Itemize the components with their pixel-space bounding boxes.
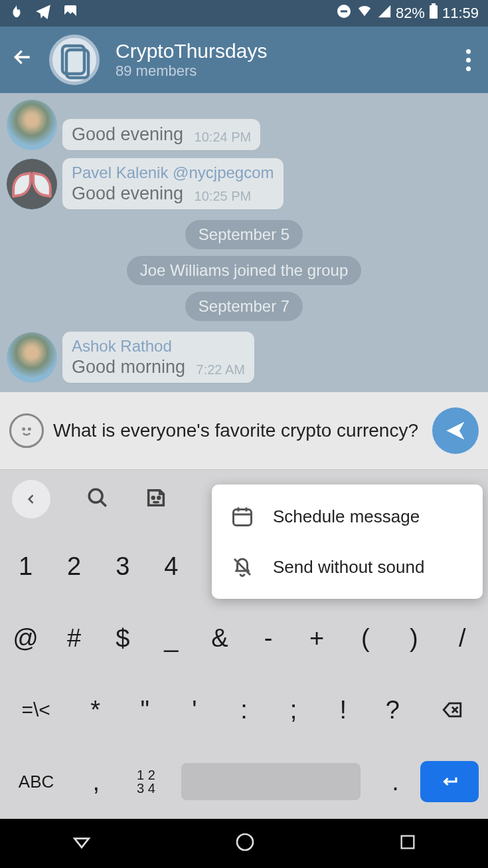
kb-search-icon[interactable] <box>86 487 109 512</box>
svg-point-13 <box>237 834 253 850</box>
user-avatar[interactable] <box>7 100 57 150</box>
message-row[interactable]: Good evening 10:24 PM <box>0 96 488 154</box>
more-options-button[interactable] <box>461 44 476 76</box>
message-time: 10:25 PM <box>195 185 252 204</box>
header-title-block[interactable]: CryptoThursdays 89 members <box>116 40 445 80</box>
chat-messages-area[interactable]: Good evening 10:24 PM Pavel Kalenik @nyc… <box>0 93 488 392</box>
svg-point-8 <box>29 428 31 430</box>
svg-point-9 <box>89 489 102 502</box>
status-right: 82% 11:59 <box>336 3 479 23</box>
key-at[interactable]: @ <box>1 611 50 665</box>
dnd-icon <box>336 3 352 23</box>
svg-rect-3 <box>430 5 438 19</box>
key-star[interactable]: * <box>70 683 120 736</box>
key-semicolon[interactable]: ; <box>269 683 319 736</box>
svg-rect-4 <box>432 3 436 5</box>
kb-sticker-icon[interactable] <box>145 487 167 512</box>
battery-icon <box>429 3 438 23</box>
message-text: Good morning <box>72 357 185 377</box>
svg-point-10 <box>152 496 154 498</box>
key-3[interactable]: 3 <box>98 540 147 593</box>
message-time: 10:24 PM <box>195 126 252 145</box>
nav-recents-button[interactable] <box>398 833 417 854</box>
key-numpad[interactable]: 1 23 4 <box>121 755 171 808</box>
system-message: Joe Williams joined the group <box>127 256 362 285</box>
key-space[interactable] <box>171 755 370 808</box>
clock: 11:59 <box>442 5 479 22</box>
key-2[interactable]: 2 <box>50 540 98 593</box>
bell-muted-icon <box>230 555 254 579</box>
message-time: 7:22 AM <box>197 358 245 378</box>
calendar-icon <box>230 504 254 528</box>
telegram-icon <box>35 3 52 24</box>
android-nav-bar <box>0 819 488 868</box>
key-question[interactable]: ? <box>368 683 418 736</box>
kb-collapse-button[interactable] <box>12 480 50 518</box>
key-squote[interactable]: ' <box>170 683 220 736</box>
message-sender: Ashok Rathod <box>72 337 245 356</box>
message-text: Good evening <box>72 183 183 203</box>
key-bang[interactable]: ! <box>318 683 368 736</box>
send-without-sound-option[interactable]: Send without sound <box>212 542 483 592</box>
message-row[interactable]: Pavel Kalenik @nycjpegcom Good evening 1… <box>0 154 488 213</box>
key-colon[interactable]: : <box>219 683 269 736</box>
kb-row-3: =\< * " ' : ; ! ? <box>1 674 487 746</box>
android-status-bar: 82% 11:59 <box>0 0 488 27</box>
kb-row-4: ABC , 1 23 4 . <box>1 746 487 817</box>
key-abc[interactable]: ABC <box>1 755 71 808</box>
message-input-area: What is everyone's favorite crypto curre… <box>0 392 488 469</box>
chat-members: 89 members <box>116 62 445 80</box>
message-sender: Pavel Kalenik @nycjpegcom <box>72 163 274 182</box>
nav-back-button[interactable] <box>71 831 92 855</box>
schedule-message-option[interactable]: Schedule message <box>212 491 483 542</box>
key-period[interactable]: . <box>370 755 420 808</box>
send-button[interactable] <box>432 407 479 454</box>
message-input[interactable]: What is everyone's favorite crypto curre… <box>53 419 423 443</box>
chat-name: CryptoThursdays <box>116 40 445 62</box>
key-hash[interactable]: # <box>50 611 98 665</box>
key-dash[interactable]: - <box>244 611 292 665</box>
svg-point-11 <box>158 496 160 498</box>
key-comma[interactable]: , <box>71 755 121 808</box>
menu-item-label: Send without sound <box>273 557 424 578</box>
key-dollar[interactable]: $ <box>98 611 147 665</box>
menu-item-label: Schedule message <box>273 506 420 527</box>
message-text: Good evening <box>72 124 183 144</box>
key-slash[interactable]: / <box>438 611 487 665</box>
key-underscore[interactable]: _ <box>147 611 195 665</box>
battery-percent: 82% <box>396 5 425 22</box>
message-row[interactable]: Ashok Rathod Good morning 7:22 AM <box>0 328 488 387</box>
message-bubble[interactable]: Ashok Rathod Good morning 7:22 AM <box>62 332 254 383</box>
chat-header[interactable]: CryptoThursdays 89 members <box>0 27 488 93</box>
tinder-icon <box>9 3 24 24</box>
date-separator: September 7 <box>185 292 303 321</box>
gallery-icon <box>62 3 78 23</box>
back-button[interactable] <box>12 46 33 74</box>
key-plus[interactable]: + <box>293 611 341 665</box>
key-dquote[interactable]: " <box>120 683 170 736</box>
key-1[interactable]: 1 <box>1 540 50 593</box>
signal-icon <box>377 4 392 23</box>
user-avatar[interactable] <box>7 332 57 383</box>
kb-row-2: @ # $ _ & - + ( ) / <box>1 602 487 674</box>
key-lparen[interactable]: ( <box>341 611 390 665</box>
group-avatar[interactable] <box>49 35 100 85</box>
send-options-menu: Schedule message Send without sound <box>212 485 483 599</box>
svg-rect-2 <box>341 11 347 13</box>
message-bubble[interactable]: Pavel Kalenik @nycjpegcom Good evening 1… <box>62 158 284 209</box>
status-left-icons <box>9 3 78 24</box>
key-4[interactable]: 4 <box>147 540 195 593</box>
key-amp[interactable]: & <box>195 611 244 665</box>
svg-rect-12 <box>234 510 252 526</box>
user-avatar[interactable] <box>7 159 57 209</box>
svg-rect-14 <box>401 836 414 849</box>
nav-home-button[interactable] <box>234 831 256 855</box>
key-backspace[interactable] <box>418 683 487 736</box>
key-rparen[interactable]: ) <box>390 611 438 665</box>
date-separator: September 5 <box>185 220 303 249</box>
svg-point-7 <box>23 428 25 430</box>
message-bubble[interactable]: Good evening 10:24 PM <box>62 119 260 150</box>
emoji-button[interactable] <box>9 413 44 448</box>
key-enter[interactable] <box>420 761 479 802</box>
key-symbols-shift[interactable]: =\< <box>1 683 70 736</box>
